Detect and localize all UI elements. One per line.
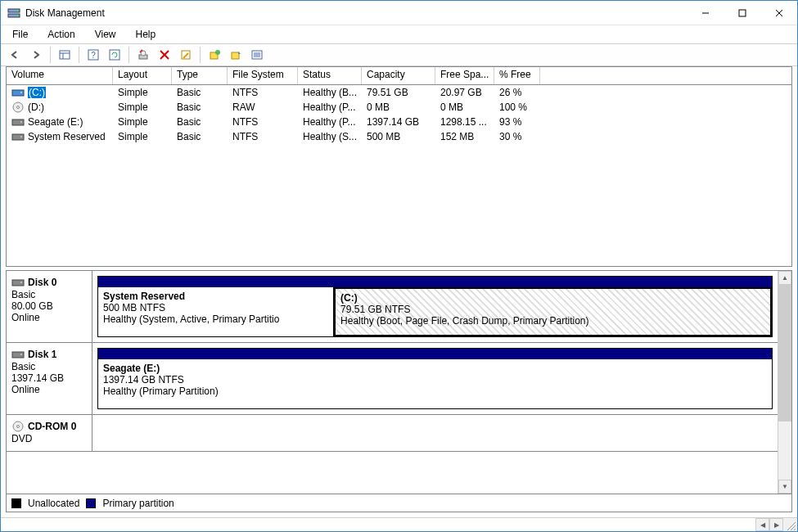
svg-rect-34 xyxy=(12,280,24,286)
partition[interactable]: System Reserved500 MB NTFSHealthy (Syste… xyxy=(98,287,334,336)
disk-rows-container[interactable]: Disk 0Basic80.00 GBOnlineSystem Reserved… xyxy=(7,271,778,494)
col-filesystem[interactable]: File System xyxy=(228,67,298,84)
disk-icon xyxy=(11,420,25,433)
hscroll-left[interactable]: ◀ xyxy=(755,518,769,531)
svg-point-29 xyxy=(17,106,20,109)
volume-name: System Reserved xyxy=(28,131,106,142)
volume-filesystem: RAW xyxy=(228,100,298,115)
partition[interactable]: (C:)79.51 GB NTFSHealthy (Boot, Page Fil… xyxy=(334,287,772,336)
partition-size: 500 MB NTFS xyxy=(103,302,328,313)
disk-row[interactable]: Disk 0Basic80.00 GBOnlineSystem Reserved… xyxy=(7,271,778,343)
app-icon xyxy=(7,7,20,20)
svg-rect-13 xyxy=(110,50,119,60)
attach-vhd-button[interactable] xyxy=(227,46,245,64)
svg-rect-36 xyxy=(12,352,24,358)
scroll-thumb[interactable] xyxy=(778,285,791,422)
partition-title: System Reserved xyxy=(103,291,328,302)
volume-status: Healthy (P... xyxy=(298,115,362,129)
partition[interactable]: Seagate (E:)1397.14 GB NTFSHealthy (Prim… xyxy=(98,359,772,408)
legend: Unallocated Primary partition xyxy=(7,494,791,512)
volume-list-body[interactable]: (C:)SimpleBasicNTFSHealthy (B...79.51 GB… xyxy=(7,85,791,266)
settings-button[interactable] xyxy=(134,46,152,64)
properties-button[interactable] xyxy=(177,46,195,64)
disk-row[interactable]: CD-ROM 0DVD xyxy=(7,415,778,452)
resize-grip[interactable] xyxy=(783,518,797,532)
svg-text:?: ? xyxy=(91,51,96,60)
menu-action[interactable]: Action xyxy=(43,27,79,42)
volume-percent-free: 100 % xyxy=(494,100,540,115)
help-button[interactable]: ? xyxy=(84,46,102,64)
disk-info[interactable]: Disk 1Basic1397.14 GBOnline xyxy=(7,343,92,414)
svg-point-37 xyxy=(20,354,22,355)
disk-size: 1397.14 GB xyxy=(11,372,87,384)
volume-layout: Simple xyxy=(113,85,172,100)
col-percent-free[interactable]: % Free xyxy=(494,67,540,84)
volume-row[interactable]: (D:)SimpleBasicRAWHealthy (P...0 MB0 MB1… xyxy=(7,100,791,115)
disk-info[interactable]: CD-ROM 0DVD xyxy=(7,415,92,451)
volume-icon xyxy=(11,115,25,128)
show-hide-tree-button[interactable] xyxy=(56,46,74,64)
volume-layout: Simple xyxy=(113,129,172,144)
col-volume[interactable]: Volume xyxy=(7,67,113,84)
back-button[interactable] xyxy=(6,46,24,64)
col-capacity[interactable]: Capacity xyxy=(362,67,435,84)
volume-row[interactable]: System ReservedSimpleBasicNTFSHealthy (S… xyxy=(7,129,791,144)
volume-capacity: 0 MB xyxy=(362,100,435,115)
menu-file[interactable]: File xyxy=(7,27,33,42)
volume-name: Seagate (E:) xyxy=(28,116,83,128)
volume-row[interactable]: (C:)SimpleBasicNTFSHealthy (B...79.51 GB… xyxy=(7,85,791,100)
col-layout[interactable]: Layout xyxy=(113,67,172,84)
minimize-button[interactable] xyxy=(687,1,724,25)
disk-partitions: Seagate (E:)1397.14 GB NTFSHealthy (Prim… xyxy=(92,343,778,414)
col-free-space[interactable]: Free Spa... xyxy=(435,67,494,84)
volume-type: Basic xyxy=(172,85,228,100)
hscroll-right[interactable]: ▶ xyxy=(769,518,783,531)
disk-type: Basic xyxy=(11,289,87,300)
disk-color-band xyxy=(97,276,773,287)
volume-free-space: 0 MB xyxy=(435,100,494,115)
col-status[interactable]: Status xyxy=(298,67,362,84)
scroll-track[interactable] xyxy=(778,285,791,480)
volume-filesystem: NTFS xyxy=(228,85,298,100)
titlebar[interactable]: Disk Management xyxy=(1,1,797,25)
forward-button[interactable] xyxy=(27,46,45,64)
maximize-button[interactable] xyxy=(724,1,760,25)
delete-button[interactable] xyxy=(156,46,174,64)
volume-layout: Simple xyxy=(113,115,172,129)
volume-layout: Simple xyxy=(113,100,172,115)
disk-status: Online xyxy=(11,312,87,323)
close-button[interactable] xyxy=(760,1,797,25)
svg-point-27 xyxy=(20,92,22,93)
volume-name: (C:) xyxy=(28,87,46,98)
scroll-down-button[interactable]: ▼ xyxy=(778,480,791,494)
disk-name: CD-ROM 0 xyxy=(28,421,76,432)
menu-view[interactable]: View xyxy=(90,27,121,42)
disk-status: Online xyxy=(11,384,87,395)
disk-icon xyxy=(11,348,25,361)
svg-point-39 xyxy=(17,426,20,428)
volume-filesystem: NTFS xyxy=(228,115,298,129)
vertical-scrollbar[interactable]: ▲ ▼ xyxy=(778,271,791,494)
list-button[interactable] xyxy=(248,46,266,64)
menu-help[interactable]: Help xyxy=(131,27,161,42)
col-type[interactable]: Type xyxy=(172,67,228,84)
volume-percent-free: 26 % xyxy=(494,85,540,100)
volume-type: Basic xyxy=(172,129,228,144)
svg-rect-32 xyxy=(12,134,24,140)
volume-icon xyxy=(11,101,25,114)
refresh-button[interactable] xyxy=(106,46,124,64)
volume-filesystem: NTFS xyxy=(228,129,298,144)
disk-management-window: Disk Management File Action View Help ? … xyxy=(0,0,798,532)
disk-info[interactable]: Disk 0Basic80.00 GBOnline xyxy=(7,271,92,342)
volume-list[interactable]: Volume Layout Type File System Status Ca… xyxy=(6,66,792,267)
col-spacer xyxy=(540,67,791,84)
volume-row[interactable]: Seagate (E:)SimpleBasicNTFSHealthy (P...… xyxy=(7,115,791,129)
scroll-up-button[interactable]: ▲ xyxy=(778,271,791,285)
volume-capacity: 1397.14 GB xyxy=(362,115,435,129)
window-title: Disk Management xyxy=(25,7,105,19)
new-volume-button[interactable] xyxy=(205,46,223,64)
disk-row[interactable]: Disk 1Basic1397.14 GBOnlineSeagate (E:)1… xyxy=(7,343,778,415)
svg-rect-30 xyxy=(12,119,24,125)
legend-primary-swatch xyxy=(86,498,96,508)
disk-partitions xyxy=(92,415,778,451)
